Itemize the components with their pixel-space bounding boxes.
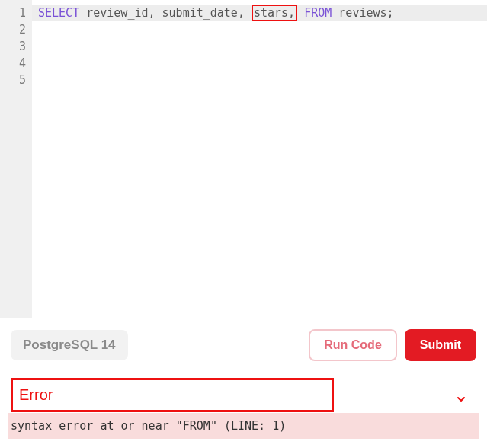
toolbar: PostgreSQL 14 Run Code Submit <box>0 318 487 373</box>
collapse-error-button[interactable] <box>455 393 467 408</box>
code-pane[interactable]: SELECT review_id, submit_date, stars, FR… <box>32 0 487 318</box>
database-badge: PostgreSQL 14 <box>11 330 128 360</box>
submit-button[interactable]: Submit <box>405 329 476 361</box>
code-line-4[interactable] <box>32 55 487 72</box>
code-line-3[interactable] <box>32 38 487 55</box>
line-number-gutter: 1 2 3 4 5 <box>0 0 32 318</box>
chevron-down-icon <box>455 395 467 408</box>
code-line-2[interactable] <box>32 21 487 38</box>
keyword-select: SELECT <box>38 6 79 20</box>
line-number: 2 <box>0 21 26 38</box>
code-line-1[interactable]: SELECT review_id, submit_date, stars, FR… <box>32 5 487 21</box>
space <box>297 6 304 20</box>
columns-text: review_id, submit_date, <box>79 6 252 20</box>
table-text: reviews; <box>332 6 393 20</box>
error-message-body: syntax error at or near "FROM" (LINE: 1) <box>8 413 479 439</box>
line-number: 3 <box>0 38 26 55</box>
error-panel: Error <box>11 378 334 412</box>
error-highlight-box: stars, <box>252 5 297 21</box>
line-number: 1 <box>0 5 26 21</box>
run-code-button[interactable]: Run Code <box>309 329 397 361</box>
code-line-5[interactable] <box>32 72 487 88</box>
error-message-text: syntax error at or near "FROM" (LINE: 1) <box>11 419 286 433</box>
line-number: 5 <box>0 72 26 88</box>
error-title: Error <box>18 385 327 410</box>
keyword-from: FROM <box>304 6 332 20</box>
line-number: 4 <box>0 55 26 72</box>
code-editor[interactable]: 1 2 3 4 5 SELECT review_id, submit_date,… <box>0 0 487 318</box>
